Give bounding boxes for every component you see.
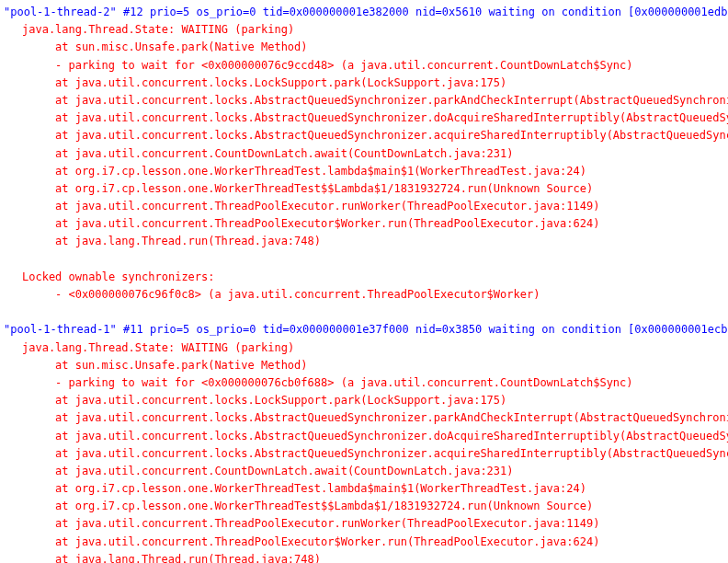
stack-frame: at java.util.concurrent.locks.AbstractQu… xyxy=(4,445,724,463)
thread-header: "pool-1-thread-2" #12 prio=5 os_prio=0 t… xyxy=(4,4,724,21)
stack-frame: at java.util.concurrent.locks.LockSuppor… xyxy=(4,392,724,409)
stack-frame: at java.util.concurrent.locks.LockSuppor… xyxy=(4,75,724,92)
stack-frame: at org.i7.cp.lesson.one.WorkerThreadTest… xyxy=(4,480,724,498)
stack-frame: at java.util.concurrent.locks.AbstractQu… xyxy=(4,127,724,144)
stack-frame: at sun.misc.Unsafe.park(Native Method) xyxy=(4,39,724,56)
thread-state: java.lang.Thread.State: WAITING (parking… xyxy=(4,339,724,357)
locked-sync-header: Locked ownable synchronizers: xyxy=(4,269,724,286)
stack-frame: at java.util.concurrent.locks.AbstractQu… xyxy=(4,428,724,445)
stack-frame: at java.util.concurrent.ThreadPoolExecut… xyxy=(4,198,724,215)
stack-frame: at org.i7.cp.lesson.one.WorkerThreadTest… xyxy=(4,498,724,515)
stack-frame: - parking to wait for <0x000000076c9ccd4… xyxy=(4,57,724,75)
thread-state: java.lang.Thread.State: WAITING (parking… xyxy=(4,21,724,39)
stack-frame: at java.util.concurrent.ThreadPoolExecut… xyxy=(4,215,724,233)
stack-frame: at java.util.concurrent.ThreadPoolExecut… xyxy=(4,515,724,533)
stack-frame: at java.lang.Thread.run(Thread.java:748) xyxy=(4,233,724,250)
locked-sync-entry: - <0x000000076c96f0c8> (a java.util.conc… xyxy=(4,286,724,304)
stack-frame: at java.util.concurrent.CountDownLatch.a… xyxy=(4,463,724,480)
stack-frame: at java.util.concurrent.locks.AbstractQu… xyxy=(4,409,724,427)
stack-frame: - parking to wait for <0x000000076cb0f68… xyxy=(4,374,724,392)
stack-frame: at java.lang.Thread.run(Thread.java:748) xyxy=(4,551,724,563)
thread-header: "pool-1-thread-1" #11 prio=5 os_prio=0 t… xyxy=(4,321,724,339)
stack-frame: at java.util.concurrent.locks.AbstractQu… xyxy=(4,92,724,109)
stack-frame: at sun.misc.Unsafe.park(Native Method) xyxy=(4,357,724,374)
stack-frame: at java.util.concurrent.locks.AbstractQu… xyxy=(4,109,724,127)
stack-frame: at java.util.concurrent.CountDownLatch.a… xyxy=(4,145,724,163)
stack-frame: at java.util.concurrent.ThreadPoolExecut… xyxy=(4,534,724,551)
stack-frame: at org.i7.cp.lesson.one.WorkerThreadTest… xyxy=(4,163,724,180)
stack-frame: at org.i7.cp.lesson.one.WorkerThreadTest… xyxy=(4,180,724,198)
